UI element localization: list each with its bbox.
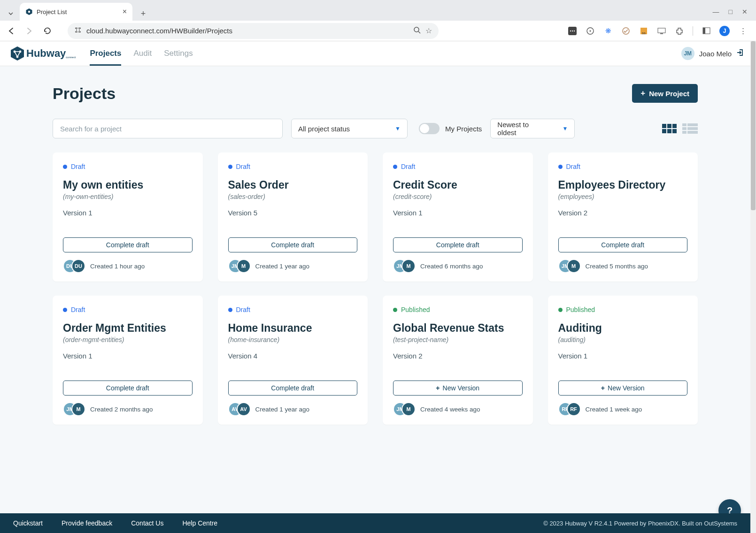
card-action-button[interactable]: Complete draft bbox=[63, 381, 193, 396]
svg-point-13 bbox=[574, 30, 575, 31]
search-input[interactable] bbox=[53, 119, 283, 138]
bookmark-star-icon[interactable]: ☆ bbox=[425, 26, 432, 35]
project-card[interactable]: Published Auditing (auditing) Version 1 … bbox=[548, 296, 698, 425]
browser-menu-icon[interactable]: ⋮ bbox=[738, 26, 748, 36]
card-created: Created 1 hour ago bbox=[90, 263, 145, 270]
svg-text:ss: ss bbox=[642, 31, 646, 35]
nav-back-icon[interactable] bbox=[5, 24, 18, 38]
project-card[interactable]: Draft Home Insurance (home-insurance) Ve… bbox=[218, 296, 368, 425]
my-projects-toggle[interactable] bbox=[419, 123, 440, 134]
window-minimize-icon[interactable]: — bbox=[713, 8, 719, 15]
project-card[interactable]: Draft Sales Order (sales-order) Version … bbox=[218, 152, 368, 282]
avatar[interactable]: M bbox=[237, 259, 251, 273]
card-title: Home Insurance bbox=[228, 322, 358, 335]
card-action-button[interactable]: +New Version bbox=[393, 381, 523, 396]
extension-icon-5[interactable]: ss bbox=[639, 26, 648, 36]
scrollbar-track[interactable] bbox=[750, 41, 756, 533]
card-footer: JM M Created 6 months ago bbox=[393, 259, 523, 273]
project-card[interactable]: Draft Credit Score (credit-score) Versio… bbox=[383, 152, 533, 282]
avatar-stack: JM M bbox=[558, 259, 581, 273]
status-filter-select[interactable]: All project status ▼ bbox=[291, 119, 408, 138]
address-bar[interactable]: cloud.hubwayconnect.com/HWBuilder/Projec… bbox=[68, 23, 439, 39]
extension-icon-1[interactable] bbox=[568, 26, 577, 36]
svg-rect-2 bbox=[75, 28, 77, 29]
avatar[interactable]: M bbox=[567, 259, 581, 273]
nav-reload-icon[interactable] bbox=[40, 24, 54, 38]
card-slug: (employees) bbox=[558, 193, 688, 200]
card-action-button[interactable]: Complete draft bbox=[228, 381, 358, 396]
card-footer: AV AV Created 1 year ago bbox=[228, 402, 358, 416]
status-row: Draft bbox=[393, 163, 523, 170]
extension-icon-3[interactable]: ❋ bbox=[603, 26, 613, 36]
my-projects-toggle-wrap: My Projects bbox=[419, 123, 482, 134]
avatar[interactable]: M bbox=[71, 402, 85, 416]
brand-logo[interactable]: Hubway connect bbox=[9, 46, 76, 61]
sort-select[interactable]: Newest to oldest ▼ bbox=[490, 119, 575, 138]
tab-dropdown-icon[interactable] bbox=[4, 7, 18, 21]
card-footer: JM M Created 5 months ago bbox=[558, 259, 688, 273]
project-card[interactable]: Draft My own entities (my-own-entities) … bbox=[53, 152, 203, 282]
device-icon[interactable] bbox=[657, 26, 666, 36]
card-title: Credit Score bbox=[393, 179, 523, 192]
project-card[interactable]: Published Global Revenue Stats (test-pro… bbox=[383, 296, 533, 425]
nav-tab-audit[interactable]: Audit bbox=[133, 41, 152, 66]
chevron-down-icon: ▼ bbox=[562, 125, 568, 132]
content: Projects + New Project All project statu… bbox=[0, 66, 750, 425]
status-dot-icon bbox=[393, 308, 397, 312]
new-project-button[interactable]: + New Project bbox=[632, 84, 698, 103]
svg-rect-4 bbox=[75, 31, 77, 32]
card-action-label: New Version bbox=[608, 384, 645, 392]
avatar[interactable]: RF bbox=[567, 402, 581, 416]
project-card[interactable]: Draft Employees Directory (employees) Ve… bbox=[548, 152, 698, 282]
avatar-stack: RF RF bbox=[558, 402, 581, 416]
status-text: Draft bbox=[401, 163, 415, 170]
browser-tab[interactable]: Project List × bbox=[20, 3, 132, 21]
window-close-icon[interactable]: ✕ bbox=[742, 8, 748, 15]
project-card[interactable]: Draft Order Mgmt Entities (order-mgmt-en… bbox=[53, 296, 203, 425]
status-text: Draft bbox=[71, 306, 85, 313]
view-toggles bbox=[662, 123, 698, 134]
footer-link-help[interactable]: Help Centre bbox=[182, 519, 217, 527]
status-text: Draft bbox=[71, 163, 85, 170]
sidepanel-icon[interactable] bbox=[702, 26, 711, 36]
card-action-button[interactable]: Complete draft bbox=[393, 237, 523, 252]
profile-avatar[interactable]: J bbox=[719, 26, 730, 36]
site-settings-icon[interactable] bbox=[74, 26, 82, 35]
tab-close-icon[interactable]: × bbox=[123, 8, 127, 16]
footer-link-quickstart[interactable]: Quickstart bbox=[13, 519, 43, 527]
card-slug: (test-project-name) bbox=[393, 336, 523, 343]
extensions-menu-icon[interactable] bbox=[675, 26, 684, 36]
svg-point-6 bbox=[76, 30, 77, 30]
footer-link-contact[interactable]: Contact Us bbox=[131, 519, 163, 527]
nav-forward-icon[interactable] bbox=[23, 24, 36, 38]
card-action-button[interactable]: Complete draft bbox=[63, 237, 193, 252]
card-action-button[interactable]: Complete draft bbox=[558, 237, 688, 252]
svg-point-12 bbox=[572, 30, 573, 31]
card-created: Created 5 months ago bbox=[586, 263, 648, 270]
status-filter-value: All project status bbox=[298, 125, 350, 133]
list-view-icon[interactable] bbox=[682, 123, 698, 134]
window-maximize-icon[interactable]: □ bbox=[729, 8, 733, 15]
avatar[interactable]: M bbox=[401, 402, 416, 416]
logout-icon[interactable] bbox=[736, 48, 745, 59]
card-created: Created 1 week ago bbox=[586, 406, 642, 413]
user-avatar[interactable]: JM bbox=[681, 47, 694, 60]
extension-icon-2[interactable] bbox=[586, 26, 595, 36]
new-tab-button[interactable]: + bbox=[136, 7, 150, 21]
scrollbar-thumb[interactable] bbox=[751, 41, 756, 210]
nav-tab-settings[interactable]: Settings bbox=[164, 41, 193, 66]
card-action-label: Complete draft bbox=[271, 241, 314, 249]
status-text: Draft bbox=[236, 306, 250, 313]
avatar[interactable]: DU bbox=[71, 259, 85, 273]
status-text: Draft bbox=[236, 163, 250, 170]
grid-view-icon[interactable] bbox=[662, 124, 677, 133]
svg-point-8 bbox=[414, 27, 419, 32]
avatar[interactable]: M bbox=[401, 259, 416, 273]
avatar[interactable]: AV bbox=[237, 402, 251, 416]
footer-link-feedback[interactable]: Provide feedback bbox=[62, 519, 112, 527]
card-action-button[interactable]: +New Version bbox=[558, 381, 688, 396]
nav-tab-projects[interactable]: Projects bbox=[90, 41, 121, 66]
card-action-button[interactable]: Complete draft bbox=[228, 237, 358, 252]
extension-icon-4[interactable] bbox=[621, 26, 631, 36]
zoom-icon[interactable] bbox=[413, 26, 421, 36]
